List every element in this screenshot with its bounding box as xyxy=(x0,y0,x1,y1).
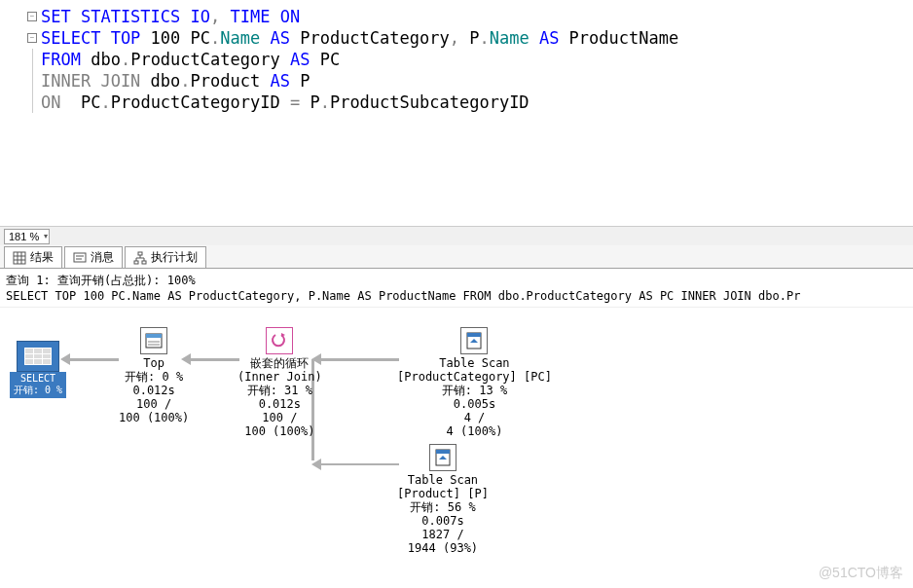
nested-loops-icon xyxy=(266,327,293,354)
plan-node-top[interactable]: Top 开销: 0 % 0.012s 100 / 100 (100%) xyxy=(119,327,189,424)
zoom-bar: 181 % xyxy=(0,226,913,245)
zoom-dropdown[interactable]: 181 % xyxy=(4,229,50,244)
tab-messages[interactable]: 消息 xyxy=(64,246,123,268)
execution-plan-panel[interactable]: 查询 1: 查询开销(占总批): 100% SELECT TOP 100 PC.… xyxy=(0,269,913,586)
top-icon xyxy=(140,327,167,354)
gutter: − − xyxy=(0,0,41,226)
svg-rect-24 xyxy=(436,450,450,454)
svg-rect-16 xyxy=(146,334,162,338)
plan-icon xyxy=(133,251,147,265)
svg-rect-9 xyxy=(134,261,138,264)
plan-canvas[interactable]: SELECT开销: 0 % Top 开销: 0 % 0.012s 100 / 1… xyxy=(0,308,913,561)
plan-node-scan-productcategory[interactable]: Table Scan [ProductCategory] [PC] 开销: 13… xyxy=(397,327,552,438)
plan-node-scan-product[interactable]: Table Scan [Product] [P] 开销: 56 % 0.007s… xyxy=(397,444,489,555)
grid-icon xyxy=(13,251,26,265)
results-tabs: 结果 消息 执行计划 xyxy=(0,245,913,269)
select-icon xyxy=(17,341,59,372)
watermark: @51CTO博客 xyxy=(819,565,903,582)
code-area[interactable]: SET STATISTICS IO, TIME ON SELECT TOP 10… xyxy=(41,0,913,226)
svg-rect-8 xyxy=(138,252,142,255)
fold-icon[interactable]: − xyxy=(27,12,37,21)
tab-execution-plan[interactable]: 执行计划 xyxy=(125,246,206,268)
table-scan-icon xyxy=(429,444,456,471)
tab-label: 消息 xyxy=(91,249,114,266)
message-icon xyxy=(73,251,87,265)
plan-header: 查询 1: 查询开销(占总批): 100% SELECT TOP 100 PC.… xyxy=(0,269,913,308)
plan-node-nested-loops[interactable]: 嵌套的循环 (Inner Join) 开销: 31 % 0.012s 100 /… xyxy=(237,327,322,438)
tab-results[interactable]: 结果 xyxy=(4,246,62,268)
tab-label: 执行计划 xyxy=(151,249,198,266)
plan-node-select[interactable]: SELECT开销: 0 % xyxy=(10,341,66,398)
table-scan-icon xyxy=(460,327,488,354)
svg-rect-10 xyxy=(142,261,146,264)
sql-editor[interactable]: − − SET STATISTICS IO, TIME ON SELECT TO… xyxy=(0,0,913,226)
svg-rect-5 xyxy=(74,253,86,262)
fold-icon[interactable]: − xyxy=(27,33,37,43)
svg-rect-21 xyxy=(467,333,481,337)
svg-rect-0 xyxy=(14,252,25,264)
tab-label: 结果 xyxy=(30,249,54,266)
